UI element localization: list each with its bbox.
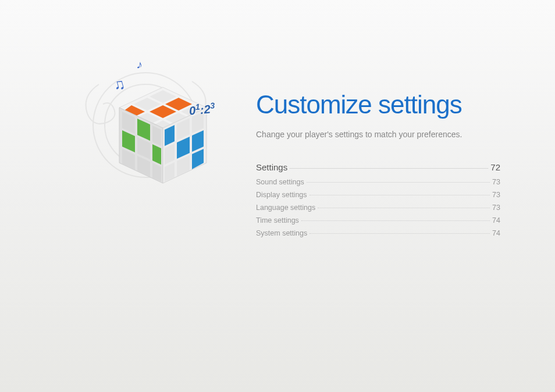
toc-label: Language settings [256,204,315,212]
toc-leader-dots [307,182,490,183]
toc-leader-dots [309,195,490,195]
toc-page-number: 74 [492,229,500,237]
toc-label: Time settings [256,216,299,224]
toc-page-number: 72 [490,162,500,172]
toc-page-number: 74 [492,216,500,224]
toc-main-entry[interactable]: Settings 72 [256,162,500,172]
toc-sub-entry[interactable]: System settings 74 [256,229,500,237]
toc-page-number: 73 [492,204,500,212]
timecode-overlay: 01:23 [188,101,216,117]
page-subtitle: Change your player's settings to match y… [256,130,500,139]
toc-sub-entry[interactable]: Language settings 73 [256,204,500,212]
content-area: Customize settings Change your player's … [256,90,500,242]
toc-sub-entry[interactable]: Time settings 74 [256,216,500,224]
toc-label: System settings [256,229,307,237]
decorative-graphic: ♫ ♪ [76,52,244,198]
toc-sub-entry[interactable]: Sound settings 73 [256,178,500,186]
toc-leader-dots [301,220,490,221]
toc-label: Sound settings [256,178,304,186]
toc-leader-dots [309,233,490,234]
toc-label: Display settings [256,191,307,199]
toc-page-number: 73 [492,178,500,186]
page-container: ♫ ♪ [0,0,555,392]
toc-leader-dots [290,168,488,169]
toc-page-number: 73 [492,191,500,199]
table-of-contents: Settings 72 Sound settings 73 Display se… [256,162,500,237]
page-title: Customize settings [256,90,500,119]
toc-leader-dots [318,208,490,208]
cube-icon [105,76,221,192]
toc-sub-entry[interactable]: Display settings 73 [256,191,500,199]
toc-label: Settings [256,162,287,172]
